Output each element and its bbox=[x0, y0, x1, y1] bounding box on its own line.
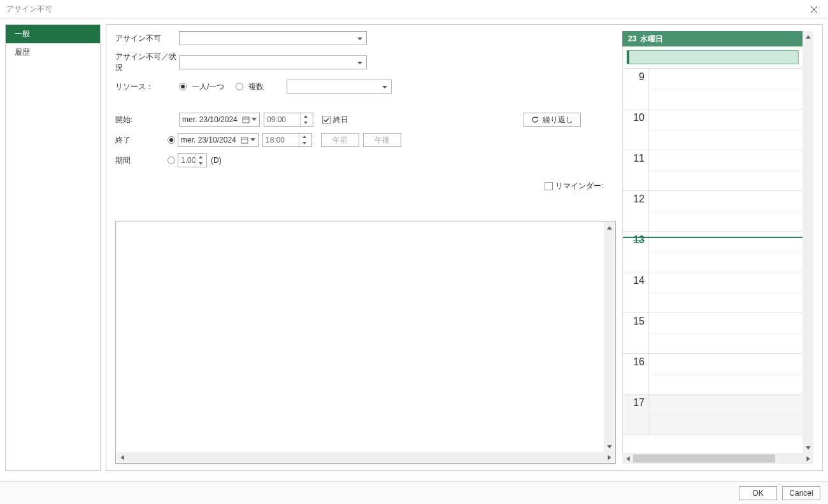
end-date-value: mer. 23/10/2024 bbox=[181, 136, 236, 144]
calendar-hour-label: 9 bbox=[623, 69, 648, 109]
svg-rect-8 bbox=[241, 137, 248, 143]
scroll-left-icon[interactable] bbox=[117, 452, 127, 463]
calendar-slot-body[interactable] bbox=[648, 395, 803, 435]
svg-marker-17 bbox=[120, 455, 124, 460]
resource-radio-group: 一人/一つ 複数 bbox=[179, 81, 273, 92]
sidebar: 一般 履歴 bbox=[5, 24, 101, 471]
svg-marker-13 bbox=[199, 156, 203, 158]
sidebar-item-history[interactable]: 履歴 bbox=[6, 43, 100, 62]
close-icon bbox=[811, 6, 817, 13]
start-time-spinner[interactable] bbox=[264, 113, 313, 127]
calendar-slot-body[interactable] bbox=[648, 150, 803, 190]
duration-value[interactable] bbox=[178, 156, 195, 165]
calendar-now-line bbox=[623, 237, 803, 238]
resource-radio-single-label: 一人/一つ bbox=[192, 81, 224, 92]
unassignable-label: アサイン不可 bbox=[115, 33, 179, 44]
calendar-slot-body[interactable] bbox=[648, 191, 803, 231]
calendar-hour-slot[interactable]: 12 bbox=[623, 191, 803, 232]
calendar-hour-slot[interactable]: 17 bbox=[623, 395, 803, 435]
sidebar-item-label: 履歴 bbox=[15, 48, 30, 57]
window-title: アサイン不可 bbox=[6, 4, 52, 15]
calendar-hour-slot[interactable]: 9 bbox=[623, 69, 803, 109]
scroll-left-icon[interactable] bbox=[622, 453, 633, 464]
calendar-hour-slot[interactable]: 11 bbox=[623, 150, 803, 191]
calendar-slot-body[interactable] bbox=[648, 272, 803, 312]
calendar-hour-slot[interactable]: 13 bbox=[623, 232, 803, 272]
calendar-hour-slot[interactable]: 15 bbox=[623, 313, 803, 354]
duration-spinner[interactable] bbox=[178, 153, 207, 167]
svg-marker-21 bbox=[626, 456, 629, 461]
end-time-value[interactable] bbox=[263, 136, 299, 144]
calendar-scrollbar-horizontal[interactable] bbox=[622, 453, 813, 464]
notes-textarea[interactable] bbox=[115, 221, 616, 464]
resource-radio-multi[interactable] bbox=[236, 83, 243, 90]
scroll-down-icon[interactable] bbox=[803, 442, 813, 453]
spinner-buttons[interactable] bbox=[299, 134, 309, 146]
end-time-spinner[interactable] bbox=[262, 133, 312, 147]
resource-combo[interactable] bbox=[287, 80, 392, 94]
repeat-button[interactable]: 繰り返し bbox=[524, 113, 581, 127]
start-time-value[interactable] bbox=[264, 115, 300, 124]
titlebar: アサイン不可 bbox=[0, 0, 828, 19]
calendar-slot-body[interactable] bbox=[648, 69, 803, 109]
svg-marker-10 bbox=[250, 138, 255, 141]
scroll-up-icon[interactable] bbox=[604, 222, 615, 233]
calendar-hour-slot[interactable]: 16 bbox=[623, 354, 803, 395]
notes-scrollbar-vertical[interactable] bbox=[604, 222, 615, 452]
scroll-right-icon[interactable] bbox=[803, 453, 813, 464]
calendar-hour-slot[interactable]: 14 bbox=[623, 272, 803, 313]
calendar-slot-body[interactable] bbox=[648, 354, 803, 394]
end-date-input[interactable]: mer. 23/10/2024 bbox=[178, 133, 259, 147]
scroll-right-icon[interactable] bbox=[604, 452, 615, 463]
calendar-slot-body[interactable] bbox=[648, 313, 803, 353]
am-button[interactable]: 午前 bbox=[321, 133, 359, 147]
refresh-icon bbox=[531, 116, 539, 123]
calendar-slot-body[interactable] bbox=[648, 109, 803, 150]
unassignable-combo[interactable] bbox=[179, 31, 367, 45]
svg-rect-2 bbox=[243, 117, 249, 123]
reminder-checkbox[interactable] bbox=[545, 182, 553, 190]
calendar-allday-event[interactable] bbox=[627, 50, 799, 64]
calendar-icon bbox=[240, 136, 249, 144]
sidebar-item-general[interactable]: 一般 bbox=[6, 25, 100, 43]
unassignable-status-label: アサイン不可／状況 bbox=[115, 52, 179, 73]
calendar-hour-slot[interactable]: 10 bbox=[623, 109, 803, 150]
svg-marker-18 bbox=[608, 455, 611, 460]
calendar-hour-label: 17 bbox=[623, 395, 648, 435]
allday-label: 終日 bbox=[333, 115, 348, 125]
ok-button[interactable]: OK bbox=[739, 486, 777, 500]
start-date-value: mer. 23/10/2024 bbox=[182, 115, 238, 124]
spinner-buttons[interactable] bbox=[195, 154, 205, 167]
close-button[interactable] bbox=[799, 0, 828, 19]
start-label: 開始: bbox=[115, 115, 179, 125]
scrollbar-thumb[interactable] bbox=[633, 454, 775, 463]
svg-marker-14 bbox=[199, 162, 203, 165]
calendar-hour-label: 11 bbox=[623, 150, 648, 190]
resource-label: リソース： bbox=[115, 81, 179, 92]
cancel-button[interactable]: Cancel bbox=[782, 486, 820, 500]
calendar-body[interactable]: 91011121314151617 bbox=[622, 46, 803, 453]
svg-marker-5 bbox=[304, 115, 308, 118]
repeat-label: 繰り返し bbox=[543, 115, 573, 125]
reminder-label: リマインダー: bbox=[555, 181, 603, 192]
calendar-hour-label: 10 bbox=[623, 109, 648, 150]
chevron-down-icon bbox=[250, 118, 258, 122]
spinner-buttons[interactable] bbox=[300, 113, 310, 126]
unassignable-status-combo[interactable] bbox=[179, 55, 367, 69]
end-radio[interactable] bbox=[168, 136, 175, 144]
resource-radio-single[interactable] bbox=[179, 83, 187, 90]
start-date-input[interactable]: mer. 23/10/2024 bbox=[179, 113, 260, 127]
notes-scrollbar-horizontal[interactable] bbox=[117, 452, 615, 463]
content-panel: アサイン不可 アサイン不可／状況 リソース： 一人/一つ 複数 bbox=[106, 24, 823, 471]
svg-marker-16 bbox=[607, 445, 612, 448]
calendar-day-name: 水曜日 bbox=[640, 34, 663, 45]
calendar-scrollbar-vertical[interactable] bbox=[803, 31, 813, 453]
allday-checkbox[interactable] bbox=[322, 116, 331, 124]
sidebar-item-label: 一般 bbox=[15, 29, 30, 38]
pm-button[interactable]: 午後 bbox=[363, 133, 401, 147]
duration-radio[interactable] bbox=[168, 157, 175, 164]
calendar-hour-label: 12 bbox=[623, 191, 648, 231]
scroll-down-icon[interactable] bbox=[604, 441, 615, 452]
svg-marker-20 bbox=[806, 446, 811, 449]
scroll-up-icon[interactable] bbox=[803, 31, 813, 42]
